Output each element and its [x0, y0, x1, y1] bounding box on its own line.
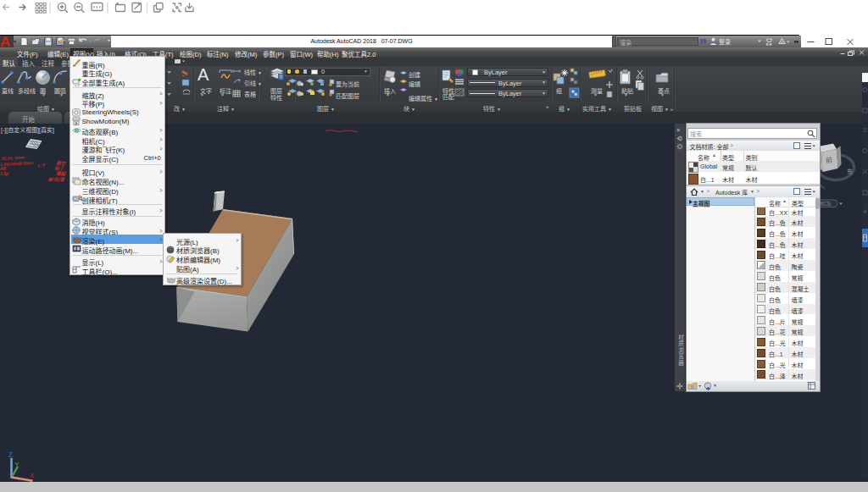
svg-text:Y: Y — [15, 461, 19, 468]
svg-text:前: 前 — [826, 156, 833, 165]
svg-text:Z: Z — [8, 451, 13, 459]
svg-text:登录: 登录 — [719, 38, 731, 45]
svg-text:东: 东 — [847, 168, 853, 174]
svg-text:1-个: 1-个 — [37, 163, 47, 169]
svg-text:单/先/退: 单/先/退 — [47, 177, 64, 182]
svg-text:X: X — [30, 472, 34, 479]
svg-text:哪起: 哪起 — [56, 171, 67, 176]
svg-text:1.0p: 1.0p — [0, 171, 8, 176]
